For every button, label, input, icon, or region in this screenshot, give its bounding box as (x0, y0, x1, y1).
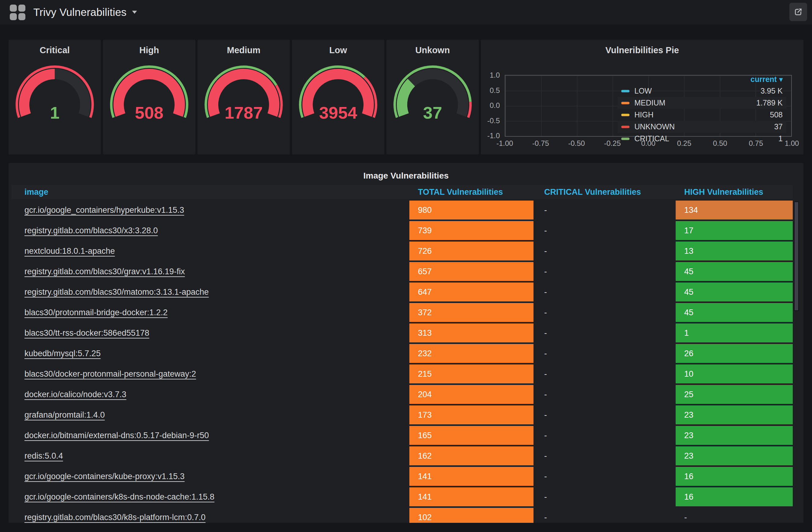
pie-legend: current ▾ LOW3.95 KMEDIUM1.789 KHIGH508U… (618, 74, 786, 145)
image-cell: grafana/promtail:1.4.0 (12, 405, 408, 425)
series-swatch-icon (621, 126, 629, 128)
high-vulnerabilities-cell: 16 (676, 487, 793, 506)
gauge-value: 3954 (319, 103, 358, 122)
image-cell: gcr.io/google-containers/k8s-dns-node-ca… (12, 487, 408, 506)
image-cell: blacs30/docker-protonmail-personal-gatew… (12, 364, 408, 384)
image-link[interactable]: redis:5.0.4 (25, 451, 63, 461)
gauge-value: 1787 (225, 103, 263, 122)
high-vulnerabilities-cell: 16 (676, 467, 793, 486)
image-link[interactable]: gcr.io/google_containers/hyperkube:v1.15… (25, 205, 184, 215)
image-link[interactable]: blacs30/docker-protonmail-personal-gatew… (25, 369, 196, 379)
image-link[interactable]: grafana/promtail:1.4.0 (25, 410, 105, 420)
x-tick-label: 0.00 (641, 139, 655, 148)
series-label[interactable]: HIGH (634, 110, 654, 119)
column-header-image[interactable]: image (25, 187, 48, 197)
high-vulnerabilities-cell: 10 (676, 364, 793, 384)
column-header-high[interactable]: HIGH Vulnerabilities (684, 187, 764, 197)
dashboard-grid-icon (10, 4, 25, 20)
x-tick-label: -0.50 (568, 139, 585, 148)
column-header-critical[interactable]: CRITICAL Vulnerabilities (544, 187, 641, 197)
image-link[interactable]: nextcloud:18.0.1-apache (25, 246, 115, 256)
table-row: blacs30/tt-rss-docker:586ed55178313-1 (12, 323, 793, 342)
image-link[interactable]: registry.gitlab.com/blacs30/matomo:3.13.… (25, 287, 209, 297)
image-cell: kubedb/mysql:5.7.25 (12, 344, 408, 363)
image-link[interactable]: docker.io/calico/node:v3.7.3 (25, 390, 126, 399)
gauge-value: 508 (135, 103, 163, 122)
image-link[interactable]: blacs30/protonmail-bridge-docker:1.2.2 (25, 308, 168, 317)
image-link[interactable]: docker.io/bitnami/external-dns:0.5.17-de… (25, 431, 209, 440)
table-row: gcr.io/google-containers/k8s-dns-node-ca… (12, 487, 793, 506)
critical-vulnerabilities-cell: - (536, 344, 675, 363)
critical-vulnerabilities-cell: - (536, 283, 675, 301)
table-row: gcr.io/google_containers/hyperkube:v1.15… (12, 201, 793, 219)
total-vulnerabilities-cell: 102 (409, 508, 534, 523)
series-label[interactable]: LOW (634, 87, 652, 96)
image-link[interactable]: gcr.io/google-containers/k8s-dns-node-ca… (25, 492, 214, 502)
image-link[interactable]: registry.gitlab.com/blacs30/x3:3.28.0 (25, 226, 158, 235)
table-row: grafana/promtail:1.4.0173-23 (12, 405, 793, 425)
critical-vulnerabilities-cell: - (536, 508, 675, 523)
image-link[interactable]: blacs30/tt-rss-docker:586ed55178 (25, 328, 149, 338)
legend-row: UNKNOWN37 (618, 121, 786, 133)
table-scrollbar-thumb[interactable] (794, 201, 799, 311)
share-icon (793, 7, 803, 17)
image-cell: redis:5.0.4 (12, 446, 408, 465)
column-header-total[interactable]: TOTAL Vulnerabilities (418, 187, 503, 197)
high-vulnerabilities-cell: - (676, 508, 793, 523)
legend-row: MEDIUM1.789 K (618, 97, 786, 109)
table-row: registry.gitlab.com/blacs30/k8s-platform… (12, 508, 793, 523)
image-link[interactable]: gcr.io/google-containers/kube-proxy:v1.1… (25, 472, 185, 481)
total-vulnerabilities-cell: 215 (409, 364, 534, 384)
x-tick-label: -1.00 (496, 139, 513, 148)
y-tick-label: 0.5 (481, 86, 500, 95)
vulnerabilities-pie-panel: Vulneribilities Pie current ▾ LOW3.95 KM… (481, 40, 803, 154)
series-label[interactable]: MEDIUM (634, 99, 665, 107)
high-vulnerabilities-cell: 23 (676, 405, 793, 425)
high-vulnerabilities-cell: 1 (676, 323, 793, 342)
critical-vulnerabilities-cell: - (536, 385, 675, 404)
critical-vulnerabilities-cell: - (536, 221, 675, 240)
y-tick-label: -0.5 (481, 116, 500, 125)
total-vulnerabilities-cell: 165 (409, 426, 534, 445)
top-panels-row: Critical1High508Medium1787Low3954Unkown3… (0, 40, 812, 154)
image-link[interactable]: registry.gitlab.com/blacs30/k8s-platform… (25, 513, 205, 522)
total-vulnerabilities-cell: 204 (409, 385, 534, 404)
image-link[interactable]: kubedb/mysql:5.7.25 (25, 349, 101, 358)
gauge-panel-medium: Medium1787 (198, 40, 290, 154)
y-tick-label: 0.0 (481, 101, 500, 110)
total-vulnerabilities-cell: 372 (409, 303, 534, 322)
image-cell: blacs30/protonmail-bridge-docker:1.2.2 (12, 303, 408, 322)
x-tick-label: -0.25 (604, 139, 621, 148)
gauge-panel-low: Low3954 (292, 40, 384, 154)
image-cell: registry.gitlab.com/blacs30/x3:3.28.0 (12, 221, 408, 240)
series-swatch-icon (621, 102, 629, 104)
total-vulnerabilities-cell: 232 (409, 344, 534, 363)
image-link[interactable]: registry.gitlab.com/blacs30/grav:v1.16.1… (25, 267, 185, 276)
y-tick-label: 1.0 (481, 71, 500, 80)
series-current-value: 37 (774, 122, 783, 131)
legend-sort-current[interactable]: current ▾ (618, 74, 786, 85)
critical-vulnerabilities-cell: - (536, 446, 675, 465)
high-vulnerabilities-cell: 23 (676, 426, 793, 445)
table-row: registry.gitlab.com/blacs30/grav:v1.16.1… (12, 262, 793, 281)
series-current-value: 1.789 K (756, 99, 783, 107)
pie-panel-title: Vulneribilities Pie (481, 40, 803, 55)
table-row: registry.gitlab.com/blacs30/matomo:3.13.… (12, 283, 793, 301)
total-vulnerabilities-cell: 313 (409, 323, 534, 342)
table-row: blacs30/docker-protonmail-personal-gatew… (12, 364, 793, 384)
dashboard-title-dropdown[interactable]: Trivy Vulnerabilities (25, 6, 137, 18)
table-row: registry.gitlab.com/blacs30/x3:3.28.0739… (12, 221, 793, 240)
x-tick-label: 1.00 (785, 139, 799, 148)
series-label[interactable]: UNKNOWN (634, 122, 675, 131)
total-vulnerabilities-cell: 980 (409, 201, 534, 219)
total-vulnerabilities-cell: 162 (409, 446, 534, 465)
critical-vulnerabilities-cell: - (536, 405, 675, 425)
table-row: nextcloud:18.0.1-apache726-13 (12, 242, 793, 260)
share-button[interactable] (789, 3, 807, 21)
legend-header-label: current (751, 75, 777, 84)
gauge-panel-high: High508 (103, 40, 195, 154)
total-vulnerabilities-cell: 726 (409, 242, 534, 260)
high-vulnerabilities-cell: 134 (676, 201, 793, 219)
high-vulnerabilities-cell: 45 (676, 262, 793, 281)
series-current-value: 508 (770, 110, 783, 119)
